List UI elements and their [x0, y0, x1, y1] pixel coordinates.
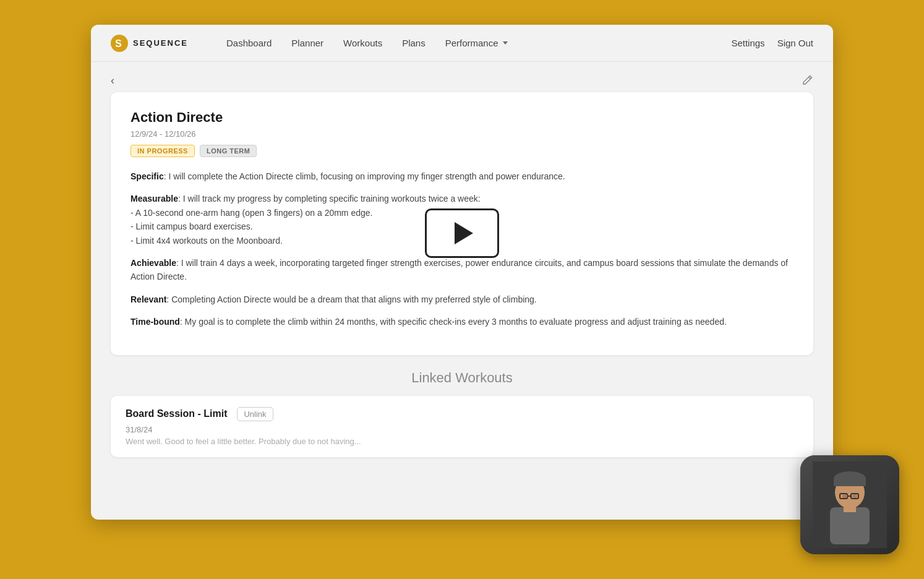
webcam-person-svg — [813, 461, 887, 548]
specific-text: : I will complete the Action Directe cli… — [164, 171, 565, 181]
measurable-text: : I will track my progress by completing… — [178, 194, 481, 204]
achievable-text: : I will train 4 days a week, incorporat… — [130, 258, 788, 281]
workout-description: Went well. Good to feel a little better.… — [126, 437, 798, 446]
workout-name: Board Session - Limit — [126, 408, 227, 419]
measurable-label: Measurable — [130, 194, 178, 204]
nav-dashboard[interactable]: Dashboard — [218, 33, 280, 53]
svg-point-11 — [842, 494, 847, 498]
svg-point-12 — [852, 494, 857, 498]
nav-links: Dashboard Planner Workouts Plans Perform… — [218, 33, 711, 53]
achievable-label: Achievable — [130, 258, 176, 268]
linked-workouts-section: Linked Workouts Board Session - Limit Un… — [111, 370, 813, 457]
goal-relevant: Relevant: Completing Action Directe woul… — [130, 293, 794, 306]
logo: S SEQUENCE — [111, 35, 188, 52]
app-window: S SEQUENCE Dashboard Planner Workouts Pl… — [91, 25, 833, 520]
goal-badges: IN PROGRESS LONG TERM — [130, 145, 794, 157]
webcam-widget — [800, 455, 899, 554]
svg-rect-7 — [844, 505, 856, 512]
nav-planner[interactable]: Planner — [283, 33, 332, 53]
relevant-label: Relevant — [130, 294, 166, 304]
nav-sign-out[interactable]: Sign Out — [777, 38, 813, 48]
goal-date: 12/9/24 - 12/10/26 — [130, 129, 794, 139]
edit-icon[interactable] — [801, 74, 813, 90]
unlink-button[interactable]: Unlink — [237, 407, 273, 421]
svg-text:S: S — [115, 38, 122, 49]
badge-long-term: LONG TERM — [200, 145, 257, 157]
goal-timebound: Time-bound: My goal is to complete the c… — [130, 315, 794, 328]
specific-label: Specific — [130, 171, 164, 181]
goal-title: Action Directe — [130, 109, 794, 126]
back-button[interactable]: ‹ — [111, 74, 114, 87]
svg-rect-6 — [830, 507, 870, 544]
goal-card: Action Directe 12/9/24 - 12/10/26 IN PRO… — [111, 92, 813, 355]
timebound-text: : My goal is to complete the climb withi… — [180, 317, 727, 327]
measurable-bullet-3: - Limit 4x4 workouts on the Moonboard. — [130, 236, 283, 246]
workout-card: Board Session - Limit Unlink 31/8/24 Wen… — [111, 396, 813, 457]
relevant-text: : Completing Action Directe would be a d… — [166, 294, 536, 304]
badge-in-progress: IN PROGRESS — [130, 145, 195, 157]
goal-specific: Specific: I will complete the Action Dir… — [130, 169, 794, 183]
video-play-button[interactable] — [425, 208, 499, 258]
goal-achievable: Achievable: I will train 4 days a week, … — [130, 256, 794, 284]
measurable-bullet-1: - A 10-second one-arm hang (open 3 finge… — [130, 208, 372, 218]
nav-right: Settings Sign Out — [731, 38, 813, 48]
workout-date: 31/8/24 — [126, 425, 798, 434]
svg-rect-5 — [834, 479, 866, 486]
nav-workouts[interactable]: Workouts — [335, 33, 391, 53]
navbar: S SEQUENCE Dashboard Planner Workouts Pl… — [91, 25, 833, 62]
nav-settings[interactable]: Settings — [731, 38, 764, 48]
linked-workouts-title: Linked Workouts — [111, 370, 813, 386]
performance-dropdown-arrow — [503, 41, 508, 45]
logo-text: SEQUENCE — [133, 38, 188, 48]
timebound-label: Time-bound — [130, 317, 180, 327]
webcam-face — [800, 455, 899, 554]
nav-performance[interactable]: Performance — [437, 33, 516, 53]
nav-plans[interactable]: Plans — [393, 33, 434, 53]
measurable-bullet-2: - Limit campus board exercises. — [130, 221, 253, 231]
logo-icon: S — [111, 35, 128, 52]
play-icon — [455, 222, 473, 244]
main-content: ‹ Action Directe 12/9/24 - 12/10/26 IN P… — [91, 62, 833, 482]
workout-card-header: Board Session - Limit Unlink — [126, 407, 798, 421]
